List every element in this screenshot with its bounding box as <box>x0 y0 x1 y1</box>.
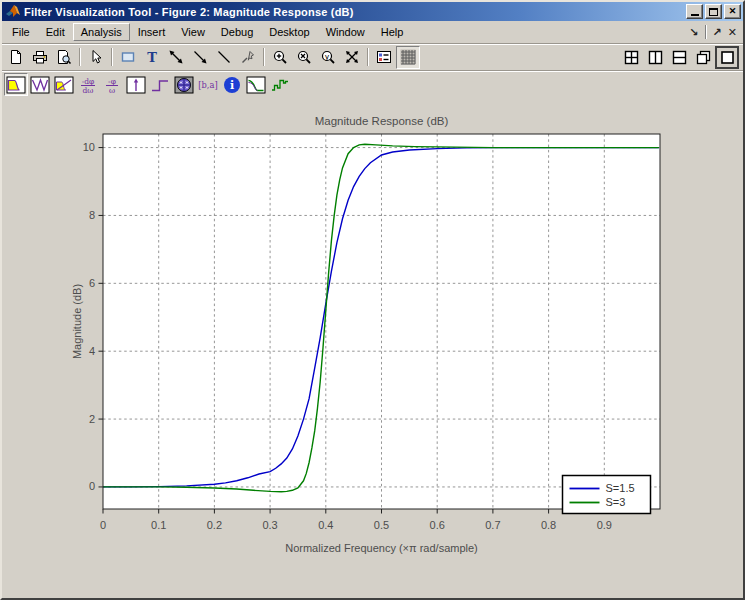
toggle-legend-button[interactable] <box>372 46 396 69</box>
pin-icon <box>240 49 256 65</box>
dock-figure-icon[interactable]: ↘ <box>689 26 698 39</box>
y-tick-label: 6 <box>89 277 95 289</box>
x-tick-label: 0.6 <box>430 519 445 531</box>
fvtool-window: Filter Visualization Tool - Figure 2: Ma… <box>0 0 745 600</box>
x-axis-label: Normalized Frequency (×π rad/sample) <box>285 542 478 554</box>
y-tick-label: 8 <box>89 209 95 221</box>
menu-edit[interactable]: Edit <box>38 23 73 41</box>
phase-response-button[interactable] <box>28 73 52 96</box>
filter-information-button[interactable]: i <box>220 73 244 96</box>
impulse-response-button[interactable] <box>124 73 148 96</box>
title-bar[interactable]: Filter Visualization Tool - Figure 2: Ma… <box>2 2 743 21</box>
x-tick-label: 0.5 <box>374 519 389 531</box>
phase-delay-button[interactable]: -φ ω <box>100 73 124 96</box>
print-preview-icon <box>56 49 72 65</box>
step-response-button[interactable] <box>148 73 172 96</box>
magnitude-and-phase-icon <box>54 76 74 94</box>
view-split-vertical-button[interactable] <box>643 46 667 69</box>
pole-zero-icon <box>174 76 194 94</box>
magnitude-response-button[interactable] <box>4 73 28 96</box>
menu-help[interactable]: Help <box>373 23 412 41</box>
toolbar-separator <box>367 48 369 66</box>
grid-icon <box>400 49 416 65</box>
magnitude-response-icon <box>6 76 26 94</box>
magnitude-response-estimate-button[interactable] <box>244 73 268 96</box>
close-icon: ✕ <box>729 7 737 16</box>
filter-coefficients-button[interactable]: [b,a] <box>196 73 220 96</box>
view-cascade-button[interactable] <box>691 46 715 69</box>
magnitude-response-plot[interactable]: 00.10.20.30.40.50.60.70.80.90246810Magni… <box>2 98 745 600</box>
svg-text:[b,a]: [b,a] <box>198 80 217 90</box>
svg-text:i: i <box>230 79 234 92</box>
y-tick-label: 0 <box>89 480 95 492</box>
maximize-icon <box>709 8 718 16</box>
view-split-vertical-icon <box>648 50 663 65</box>
zoom-in-icon <box>272 49 288 65</box>
window-controls: ✕ <box>686 4 741 19</box>
insert-line-button[interactable] <box>212 46 236 69</box>
insert-rectangle-button[interactable] <box>116 46 140 69</box>
plot-title: Magnitude Response (dB) <box>315 115 449 127</box>
main-toolbar: T <box>2 43 743 70</box>
minimize-button[interactable] <box>686 4 703 19</box>
magnitude-and-phase-button[interactable] <box>52 73 76 96</box>
close-figure-icon[interactable]: ✕ <box>728 26 737 39</box>
view-single-icon <box>720 50 735 65</box>
insert-arrow-icon <box>192 49 208 65</box>
menu-insert[interactable]: Insert <box>130 23 174 41</box>
insert-double-arrow-button[interactable] <box>164 46 188 69</box>
zoom-y-button[interactable]: y <box>316 46 340 69</box>
menu-file[interactable]: File <box>4 23 38 41</box>
legend-label: S=3 <box>606 496 626 508</box>
phase-response-icon <box>30 76 50 94</box>
menu-view[interactable]: View <box>173 23 213 41</box>
magnitude-response-estimate-icon <box>246 76 266 94</box>
menu-analysis[interactable]: Analysis <box>73 23 130 41</box>
toolbar-separator <box>79 48 81 66</box>
print-button[interactable] <box>28 46 52 69</box>
toolbar-separator <box>111 48 113 66</box>
round-off-noise-power-spectrum-icon <box>270 76 290 94</box>
insert-rectangle-icon <box>120 49 136 65</box>
menu-bar: File Edit Analysis Insert View Debug Des… <box>2 21 743 43</box>
legend-icon <box>376 49 392 65</box>
insert-arrow-button[interactable] <box>188 46 212 69</box>
edit-plot-button[interactable] <box>84 46 108 69</box>
insert-text-button[interactable]: T <box>140 46 164 69</box>
y-tick-label: 2 <box>89 413 95 425</box>
matlab-app-icon <box>5 4 21 19</box>
maximize-button[interactable] <box>705 4 722 19</box>
zoom-in-button[interactable] <box>268 46 292 69</box>
view-single-button[interactable] <box>715 46 739 69</box>
window-layout-group <box>619 46 741 69</box>
pin-to-axes-button[interactable] <box>236 46 260 69</box>
x-tick-label: 0.3 <box>262 519 277 531</box>
zoom-x-icon <box>296 49 312 65</box>
toggle-grid-button[interactable] <box>396 46 420 69</box>
view-split-horizontal-button[interactable] <box>667 46 691 69</box>
pole-zero-button[interactable] <box>172 73 196 96</box>
new-document-icon <box>8 49 24 65</box>
x-tick-label: 0.2 <box>207 519 222 531</box>
x-tick-label: 0.7 <box>485 519 500 531</box>
menu-desktop[interactable]: Desktop <box>261 23 317 41</box>
insert-text-icon: T <box>144 49 160 65</box>
y-axis-label: Magnitude (dB) <box>71 284 83 359</box>
svg-text:ω: ω <box>109 85 115 94</box>
round-off-noise-power-spectrum-button[interactable] <box>268 73 292 96</box>
undock-figure-icon[interactable]: ↗ <box>713 26 722 39</box>
figure-area: 00.10.20.30.40.50.60.70.80.90246810Magni… <box>2 98 743 600</box>
x-tick-label: 0.4 <box>318 519 333 531</box>
new-document-button[interactable] <box>4 46 28 69</box>
print-preview-button[interactable] <box>52 46 76 69</box>
group-delay-button[interactable]: -dφ dω <box>76 73 100 96</box>
x-tick-label: 0.8 <box>541 519 556 531</box>
filter-information-icon: i <box>222 76 242 94</box>
zoom-x-button[interactable] <box>292 46 316 69</box>
minimize-icon <box>691 14 699 16</box>
menu-window[interactable]: Window <box>318 23 373 41</box>
full-view-button[interactable] <box>340 46 364 69</box>
close-button[interactable]: ✕ <box>724 4 741 19</box>
menu-debug[interactable]: Debug <box>213 23 261 41</box>
view-quad-button[interactable] <box>619 46 643 69</box>
